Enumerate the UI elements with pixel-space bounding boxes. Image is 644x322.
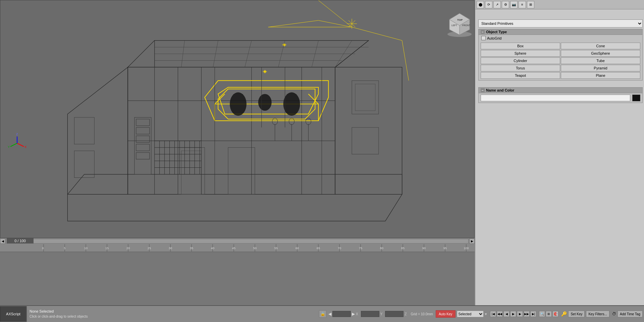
svg-text:20: 20	[126, 247, 130, 250]
z-label: Z	[405, 312, 407, 316]
prev-key[interactable]: ◀◀	[497, 311, 503, 317]
svg-text:TOP: TOP	[457, 18, 463, 21]
x-arrow-right[interactable]: ▶	[352, 312, 355, 316]
autogrid-label: AutoGrid	[487, 36, 501, 40]
svg-rect-57	[287, 94, 297, 101]
lock-icon[interactable]: 🔒	[319, 310, 326, 318]
x-arrow-left[interactable]: ◀	[328, 312, 331, 316]
add-time-tag-button[interactable]: Add Time Tag	[618, 311, 643, 317]
snap-icon[interactable]: 🧲	[552, 311, 558, 317]
name-color-content	[479, 93, 642, 103]
coord-axes: X Y Z	[7, 130, 27, 151]
toolbar-icon-5[interactable]: 📷	[510, 1, 518, 8]
svg-text:90: 90	[422, 247, 426, 250]
prev-frame[interactable]: ◀	[503, 311, 509, 317]
toolbar-icon-7[interactable]: ⊞	[527, 1, 534, 8]
timeline-scroll-left[interactable]: ◀	[0, 238, 5, 244]
set-key-button[interactable]: Set Key	[568, 311, 585, 317]
svg-line-94	[17, 143, 24, 147]
next-key[interactable]: ▶▶	[524, 311, 530, 317]
svg-text:10: 10	[84, 247, 88, 250]
svg-text:60: 60	[296, 247, 299, 250]
name-color-title: Name and Color	[486, 88, 514, 92]
autogrid-checkbox[interactable]	[481, 36, 486, 40]
cylinder-button[interactable]: Cylinder	[481, 57, 560, 64]
x-coord-input[interactable]	[332, 311, 351, 317]
color-swatch[interactable]	[632, 95, 640, 101]
viewport-cube[interactable]: TOP FRONT LEFT	[446, 10, 473, 37]
toolbar-icon-2[interactable]: ⟳	[485, 1, 492, 8]
next-frame[interactable]: ▶	[517, 311, 523, 317]
timeline-scrollbar[interactable]: ◀ ▶	[0, 238, 475, 244]
svg-text:5: 5	[64, 247, 65, 250]
svg-text:35: 35	[190, 247, 193, 250]
toolbar-icon-6[interactable]: ≡	[519, 1, 526, 8]
svg-text:80: 80	[380, 247, 383, 250]
toolbar-icon-4[interactable]: ⚙	[502, 1, 509, 8]
torus-button[interactable]: Torus	[481, 65, 560, 71]
zoom-icon[interactable]: 🔍	[539, 311, 545, 317]
sphere-button[interactable]: Sphere	[481, 50, 560, 57]
plane-button[interactable]: Plane	[561, 72, 640, 79]
svg-text:45: 45	[232, 247, 235, 250]
pyramid-button[interactable]: Pyramid	[561, 65, 640, 71]
toolbar-icon-1[interactable]: ⬤	[477, 1, 484, 8]
play-button[interactable]: ▶	[510, 311, 516, 317]
svg-text:0: 0	[42, 247, 44, 250]
name-color-header: − Name and Color	[479, 88, 642, 93]
status-text-area: None Selected Click or click-and-drag to…	[27, 309, 318, 319]
teapot-button[interactable]: Teapot	[481, 72, 560, 79]
clock-icon: ⏱	[612, 312, 616, 316]
object-type-collapse[interactable]: −	[481, 30, 485, 34]
prev-frame-start[interactable]: |◀	[490, 311, 496, 317]
toolbar-icon-3[interactable]: ↗	[493, 1, 501, 8]
svg-text:Z: Z	[16, 132, 18, 136]
name-input[interactable]	[481, 95, 630, 101]
svg-text:50: 50	[253, 247, 257, 250]
svg-text:65: 65	[317, 247, 320, 250]
geosphere-button[interactable]: GeoSphere	[561, 50, 640, 57]
timeline-scroll-right[interactable]: ▶	[469, 238, 475, 244]
svg-text:95: 95	[443, 247, 447, 250]
main-viewport[interactable]: Perspectiva	[0, 0, 475, 238]
grid-display: Grid = 10.0mm	[408, 312, 436, 316]
instruction-label: Click or click-and-drag to select object…	[30, 314, 316, 319]
x-label: X	[356, 312, 358, 316]
cone-button[interactable]: Cone	[561, 43, 640, 49]
svg-text:X: X	[24, 145, 26, 149]
timeline-scroll-track[interactable]	[6, 239, 469, 244]
object-type-header: − Object Type	[479, 29, 642, 35]
svg-rect-55	[233, 94, 243, 101]
svg-text:15: 15	[105, 247, 109, 250]
axscript-button[interactable]: AXScript	[0, 306, 27, 322]
timeline-ruler: 0 5 10 15 20 25 30 35 40 45 50 55 60 65 …	[0, 244, 475, 252]
svg-text:Y: Y	[8, 145, 10, 149]
z-coord-input[interactable]	[385, 311, 404, 317]
tube-button[interactable]: Tube	[561, 57, 640, 64]
next-frame-end[interactable]: ▶|	[530, 311, 536, 317]
svg-text:100: 100	[464, 247, 469, 250]
frame-counter[interactable]: 0 / 100	[7, 238, 34, 244]
svg-text:75: 75	[359, 247, 362, 250]
svg-text:30: 30	[169, 247, 172, 250]
name-color-collapse[interactable]: −	[481, 88, 485, 92]
y-label: Y	[380, 312, 383, 316]
top-toolbar: ⬤ ⟳ ↗ ⚙ 📷 ≡ ⊞	[475, 0, 644, 9]
status-bar: AXScript None Selected Click or click-an…	[0, 305, 644, 322]
auto-key-button[interactable]: Auto Key	[436, 310, 455, 318]
svg-text:LEFT: LEFT	[451, 24, 458, 26]
y-coord-input[interactable]	[361, 311, 379, 317]
timeline-content[interactable]	[0, 252, 475, 305]
primitives-select[interactable]: Standard PrimitivesExtended PrimitivesCo…	[478, 19, 643, 28]
grid-icon[interactable]: ⊞	[546, 311, 552, 317]
selected-dropdown[interactable]: Selected	[457, 311, 484, 317]
svg-text:85: 85	[401, 247, 405, 250]
key-icon: 🔑	[561, 311, 567, 317]
svg-line-95	[10, 143, 17, 147]
none-selected-label: None Selected	[30, 309, 316, 314]
box-button[interactable]: Box	[481, 43, 560, 49]
selected-dropdown-arrow[interactable]: ▼	[484, 312, 488, 316]
svg-text:25: 25	[148, 247, 151, 250]
key-filters-button[interactable]: Key Filters...	[586, 311, 609, 317]
svg-point-58	[258, 94, 272, 111]
